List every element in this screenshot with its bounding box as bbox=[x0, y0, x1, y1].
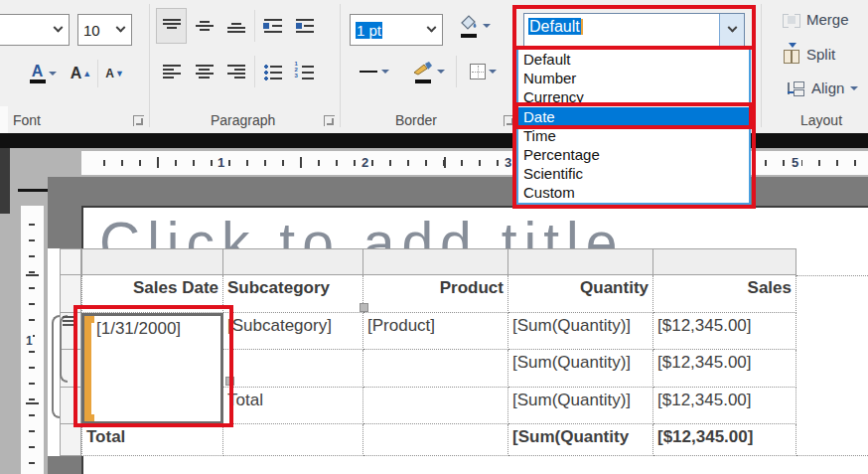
cell-quantity[interactable]: [Sum(Quantity)] bbox=[508, 313, 653, 350]
align-left-icon bbox=[162, 62, 182, 81]
row-handle[interactable] bbox=[60, 248, 81, 275]
format-option-default[interactable]: Default bbox=[518, 50, 749, 69]
border-style-button[interactable] bbox=[350, 54, 397, 89]
number-format-combobox[interactable]: Default bbox=[523, 13, 745, 47]
valign-middle-button[interactable] bbox=[189, 8, 219, 44]
align-right-icon bbox=[226, 62, 246, 81]
split-cells-icon bbox=[783, 47, 800, 63]
cell-grand-total-quantity[interactable]: [Sum(Quantity bbox=[508, 424, 653, 456]
valign-bottom-icon bbox=[226, 16, 246, 36]
line-style-icon bbox=[359, 62, 378, 81]
cell-resize-handle[interactable] bbox=[225, 377, 234, 386]
column-drag-handle[interactable] bbox=[360, 303, 368, 312]
font-name-combobox[interactable] bbox=[0, 14, 70, 46]
tablix-guide-line bbox=[796, 275, 868, 276]
bullet-list-button[interactable] bbox=[257, 54, 288, 89]
row-handle-panel bbox=[48, 248, 81, 456]
row-handle[interactable] bbox=[60, 274, 81, 313]
format-option-currency[interactable]: Currency bbox=[518, 87, 749, 106]
header-cell-sales-date[interactable]: Sales Date bbox=[81, 275, 223, 313]
selected-cell-sales-date-group[interactable]: [1/31/2000] bbox=[81, 313, 223, 424]
font-color-icon: A bbox=[30, 65, 46, 79]
cell-empty[interactable] bbox=[363, 424, 508, 456]
font-size-value: 10 bbox=[78, 22, 109, 39]
increase-indent-button[interactable] bbox=[289, 8, 320, 44]
border-width-combobox[interactable]: 1 pt bbox=[350, 14, 443, 46]
arrow-up-icon: ▲ bbox=[82, 69, 91, 79]
fill-color-button[interactable] bbox=[450, 8, 498, 44]
format-option-date[interactable]: Date bbox=[518, 107, 749, 126]
ruler-origin-mark bbox=[18, 189, 48, 192]
group-cell-value: [1/31/2000] bbox=[96, 319, 181, 338]
cell-quantity[interactable]: [Sum(Quantity)] bbox=[508, 388, 653, 424]
cell-product[interactable] bbox=[363, 350, 508, 388]
border-width-value: 1 pt bbox=[356, 22, 382, 39]
font-dialog-launcher-icon[interactable] bbox=[133, 115, 144, 126]
split-button[interactable]: Split bbox=[783, 46, 835, 63]
chevron-down-icon[interactable] bbox=[109, 15, 131, 45]
border-dialog-launcher-icon[interactable] bbox=[504, 115, 514, 126]
decrease-indent-button[interactable] bbox=[257, 8, 288, 44]
format-option-custom[interactable]: Custom bbox=[518, 183, 749, 202]
column-handle[interactable] bbox=[81, 248, 223, 275]
cell-subtotal-label[interactable]: Total bbox=[223, 388, 363, 424]
cell-grand-total-sales[interactable]: [$12,345.00] bbox=[653, 424, 796, 456]
cell-product[interactable]: [Product] bbox=[363, 313, 508, 350]
row-handle[interactable] bbox=[60, 387, 81, 424]
format-option-time[interactable]: Time bbox=[518, 126, 749, 145]
header-cell-subcategory[interactable]: Subcategory bbox=[223, 275, 363, 313]
shrink-font-button[interactable]: A ▼ bbox=[99, 56, 130, 91]
column-handle[interactable] bbox=[223, 248, 363, 275]
numbered-list-button[interactable] bbox=[289, 54, 320, 89]
valign-bottom-button[interactable] bbox=[220, 8, 251, 44]
paragraph-dialog-launcher-icon[interactable] bbox=[324, 115, 335, 126]
cell-empty[interactable] bbox=[223, 424, 363, 456]
align-left-button[interactable] bbox=[156, 54, 187, 89]
cell-sales[interactable]: [$12,345.00] bbox=[653, 313, 796, 350]
align-menu-button[interactable]: Align bbox=[788, 79, 858, 96]
cell-sales[interactable]: [$12,345.00] bbox=[653, 350, 796, 388]
paint-bucket-icon bbox=[458, 14, 480, 30]
grow-font-button[interactable]: A ▲ bbox=[66, 56, 96, 91]
valign-top-button[interactable] bbox=[156, 8, 187, 44]
chevron-down-icon[interactable] bbox=[420, 15, 442, 45]
cell-quantity[interactable]: [Sum(Quantity)] bbox=[508, 350, 653, 388]
row-group-bracket bbox=[52, 315, 60, 418]
header-cell-sales[interactable]: Sales bbox=[653, 275, 796, 313]
align-right-button[interactable] bbox=[220, 54, 251, 89]
column-handle[interactable] bbox=[508, 248, 653, 275]
paragraph-group-label: Paragraph bbox=[211, 112, 275, 128]
border-color-button[interactable] bbox=[403, 54, 453, 89]
align-center-icon bbox=[195, 62, 215, 81]
format-option-number[interactable]: Number bbox=[518, 69, 749, 87]
cell-sales[interactable]: [$12,345.00] bbox=[653, 388, 796, 424]
format-option-scientific[interactable]: Scientific bbox=[518, 164, 749, 183]
row-handle[interactable] bbox=[60, 423, 81, 456]
font-color-button[interactable]: A bbox=[24, 56, 62, 91]
column-handle[interactable] bbox=[363, 248, 508, 275]
ruler-number: 3 bbox=[502, 155, 514, 170]
header-cell-product[interactable]: Product bbox=[363, 275, 508, 313]
format-option-percentage[interactable]: Percentage bbox=[518, 145, 749, 164]
column-handle[interactable] bbox=[653, 248, 796, 275]
ribbon-corner-notch bbox=[0, 106, 8, 133]
merge-label: Merge bbox=[806, 11, 849, 28]
merge-button[interactable]: Merge bbox=[783, 11, 849, 28]
cell-product[interactable] bbox=[363, 388, 508, 424]
align-label: Align bbox=[811, 79, 844, 96]
borders-button[interactable] bbox=[459, 54, 506, 89]
cell-grand-total-label[interactable]: Total bbox=[81, 424, 223, 456]
tablix: Sales Date Subcategory Product Quantity … bbox=[81, 248, 796, 456]
vertical-ruler: 1 bbox=[21, 206, 44, 474]
selection-accent-bar bbox=[84, 316, 91, 421]
ruler-number: 2 bbox=[359, 155, 371, 170]
chevron-down-icon[interactable] bbox=[719, 14, 744, 46]
chevron-down-icon[interactable] bbox=[47, 15, 69, 45]
arrow-down-icon: ▼ bbox=[115, 69, 124, 79]
cell-subcategory[interactable]: [Subcategory] bbox=[223, 313, 363, 350]
increase-indent-icon bbox=[295, 16, 315, 36]
font-size-combobox[interactable]: 10 bbox=[77, 14, 132, 46]
header-cell-quantity[interactable]: Quantity bbox=[508, 275, 653, 313]
cell-subcategory[interactable] bbox=[223, 350, 363, 388]
align-center-button[interactable] bbox=[189, 54, 219, 89]
